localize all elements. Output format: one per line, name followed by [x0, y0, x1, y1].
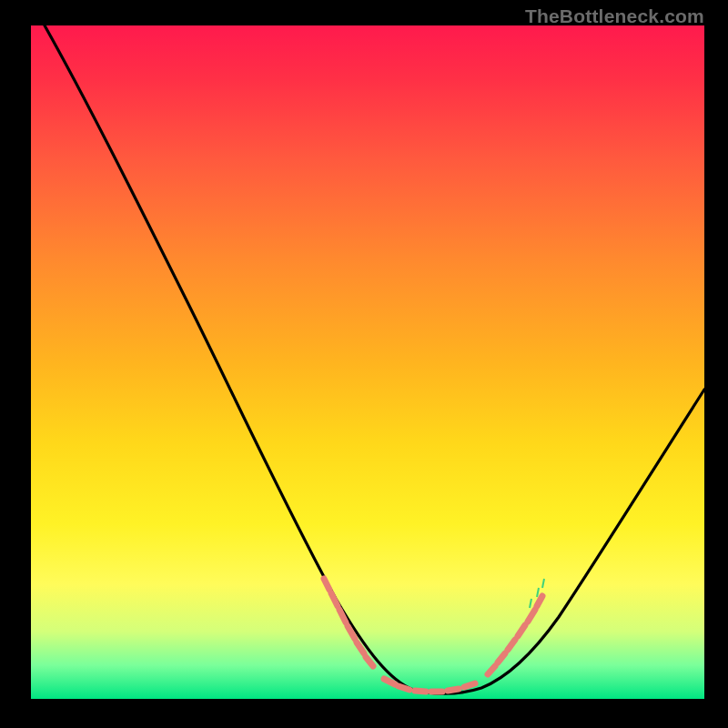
- svg-line-13: [498, 653, 505, 662]
- svg-line-19: [537, 588, 539, 597]
- svg-line-12: [488, 666, 495, 674]
- svg-line-14: [508, 640, 515, 650]
- svg-line-7: [399, 686, 410, 690]
- svg-line-20: [542, 579, 544, 588]
- svg-line-11: [464, 683, 475, 687]
- chart-curve-layer: [31, 25, 704, 699]
- watermark-text: TheBottleneck.com: [525, 5, 704, 27]
- bottleneck-curve: [45, 25, 704, 693]
- svg-line-16: [528, 610, 535, 622]
- svg-line-6: [384, 679, 395, 684]
- svg-line-1: [331, 593, 338, 606]
- svg-line-8: [415, 691, 426, 692]
- chart-frame: TheBottleneck.com: [0, 0, 728, 728]
- svg-line-10: [448, 689, 459, 691]
- dash-cluster-right: [488, 596, 542, 674]
- svg-line-5: [366, 657, 373, 666]
- dash-cluster-left: [324, 579, 373, 666]
- svg-line-15: [518, 625, 525, 636]
- svg-line-0: [324, 579, 329, 590]
- svg-line-17: [537, 596, 542, 606]
- svg-line-18: [530, 599, 531, 608]
